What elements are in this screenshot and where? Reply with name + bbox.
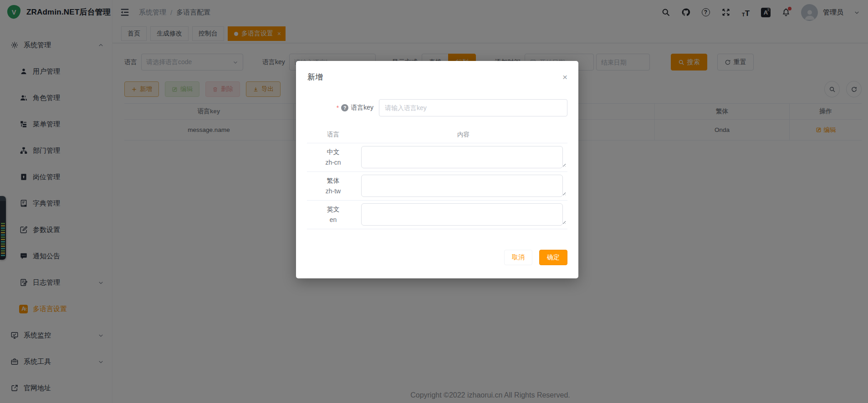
dialog-title: 新增 xyxy=(307,72,323,82)
dialog-lang-cell: 中文 zh-cn xyxy=(307,146,359,168)
dialog-lang-header: 语言 xyxy=(307,126,359,143)
required-asterisk: * xyxy=(337,104,339,111)
dialog-content-cell xyxy=(359,146,567,168)
help-circle-icon[interactable]: ? xyxy=(341,104,348,111)
cancel-button[interactable]: 取消 xyxy=(504,250,532,265)
dialog-key-label: 语言key xyxy=(351,104,373,112)
content-textarea-en[interactable] xyxy=(361,203,563,226)
app-root: V ZRAdmin.NET后台管理 系统管理 用户管理 角色管理 菜单管理 xyxy=(0,0,868,403)
dialog-row-en: 英文 en xyxy=(307,201,567,229)
dialog-content-cell xyxy=(359,175,567,197)
dialog-lang-cell: 繁体 zh-tw xyxy=(307,175,359,197)
content-textarea-zh-cn[interactable] xyxy=(361,146,563,168)
dialog-key-input[interactable] xyxy=(379,99,567,116)
dialog-language-table: 语言 内容 中文 zh-cn 繁体 zh-tw xyxy=(307,126,567,229)
dialog-content-header: 内容 xyxy=(359,126,567,143)
dialog-row-zh-cn: 中文 zh-cn xyxy=(307,143,567,172)
dialog-key-label-wrap: * ? 语言key xyxy=(296,104,379,112)
dialog-content-cell xyxy=(359,203,567,226)
dialog-header: 新增 × xyxy=(296,61,578,82)
dialog-key-form-row: * ? 语言key xyxy=(296,99,578,116)
confirm-button[interactable]: 确定 xyxy=(539,250,567,265)
add-dialog: 新增 × * ? 语言key 语言 内容 中文 zh-cn xyxy=(296,61,578,278)
dialog-close-icon[interactable]: × xyxy=(562,73,567,81)
dialog-footer: 取消 确定 xyxy=(296,229,578,265)
dialog-table-header: 语言 内容 xyxy=(307,126,567,143)
content-textarea-zh-tw[interactable] xyxy=(361,175,563,197)
dialog-lang-cell: 英文 en xyxy=(307,203,359,226)
dialog-row-zh-tw: 繁体 zh-tw xyxy=(307,172,567,201)
